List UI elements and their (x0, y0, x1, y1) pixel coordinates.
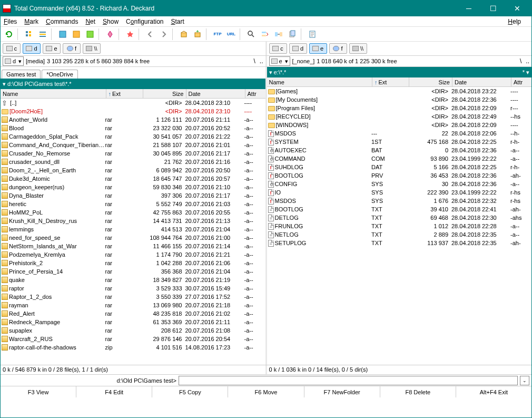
root-button[interactable]: \ (253, 57, 255, 65)
col-name[interactable]: Name (1, 89, 106, 98)
refresh-icon[interactable] (3, 28, 15, 40)
back-icon[interactable] (144, 28, 156, 40)
command-input[interactable] (179, 376, 518, 385)
drive-d-button[interactable]: d (289, 43, 307, 54)
file-row[interactable]: Prehistorik_2rar1 042 28820.07.2016 21:0… (1, 259, 265, 267)
file-row[interactable]: supaplexrar208 61220.07.2016 21:08-a-- (1, 326, 265, 335)
menu-start[interactable]: Start (171, 18, 184, 25)
file-row[interactable]: Duke3d_Atomicrar18 645 74720.07.2016 20:… (1, 174, 265, 183)
file-row[interactable]: BOOTLOGPRV36 45328.04.2018 22:36-ah- (267, 171, 532, 180)
close-button[interactable]: ✕ (505, 1, 529, 16)
file-row[interactable]: Bloodrar23 322 03020.07.2016 20:52-a-- (1, 124, 265, 132)
file-row[interactable]: [RECYCLED]<DIR>28.04.2018 22:49--hs (267, 112, 532, 121)
copy-names-icon[interactable] (286, 28, 299, 40)
right-file-list[interactable]: [Games]<DIR>28.04.2018 23:22----[My Docu… (267, 87, 532, 365)
left-file-list[interactable]: [..]<DIR>28.04.2018 23:10----[Doom2HoE]<… (1, 99, 265, 365)
file-row[interactable]: Raptor_1_2_dosrar3 550 33927.07.2016 17:… (1, 293, 265, 301)
ftp-icon[interactable]: FTP (211, 28, 224, 40)
file-row[interactable]: raptorrar3 529 33330.07.2016 15:49-a-- (1, 284, 265, 293)
file-row[interactable]: crusader_sound_dllrar21 76220.07.2016 21… (1, 158, 265, 166)
drive-network-button[interactable]: \\ (83, 43, 101, 54)
file-row[interactable]: [Doom2HoE]<DIR>28.04.2018 23:10---- (1, 107, 265, 115)
col-size[interactable]: Size (143, 89, 186, 98)
sync-icon[interactable] (272, 28, 285, 40)
f8-delete-button[interactable]: F8 Delete (380, 386, 456, 397)
all-files-icon[interactable] (84, 28, 96, 40)
file-row[interactable]: IOSYS222 39023.04.1999 22:22r-hs (267, 188, 532, 197)
full-view-icon[interactable] (36, 28, 49, 40)
file-row[interactable]: FRUNLOGTXT1 01228.04.2018 22:28-a-- (267, 222, 532, 230)
file-row[interactable]: Command_And_Conquer_Tiberian_D..rar21 58… (1, 141, 265, 149)
file-row[interactable]: [WINDOWS]<DIR>28.04.2018 22:09---- (267, 121, 532, 129)
url-icon[interactable]: URL (225, 28, 238, 40)
file-row[interactable]: DETLOGTXT69 46828.04.2018 22:30-ahs (267, 213, 532, 222)
left-path-bar[interactable]: ▾d:\Old PC\Games test\*.* (1, 79, 265, 89)
col-attr[interactable]: Attr (511, 77, 531, 86)
file-row[interactable]: NetStorm_Islands_at_Warrar11 466 15520.0… (1, 242, 265, 250)
menu-configuration[interactable]: Configuration (126, 18, 163, 25)
forward-icon[interactable] (157, 28, 170, 40)
file-row[interactable]: COMMANDCOM93 89023.04.1999 22:22-a-- (267, 154, 532, 163)
file-row[interactable]: hereticrar5 552 74920.07.2016 21:03-a-- (1, 200, 265, 208)
altf4-exit-button[interactable]: Alt+F4 Exit (456, 386, 531, 397)
menu-files[interactable]: Files (4, 18, 17, 25)
file-row[interactable]: lemmingsrar414 51320.07.2016 21:04-a-- (1, 225, 265, 234)
drive-e-button[interactable]: e (309, 43, 327, 54)
tree-icon[interactable] (70, 28, 83, 40)
f3-view-button[interactable]: F3 View (1, 386, 76, 397)
file-row[interactable]: SETUPLOGTXT113 93728.04.2018 22:35-ah- (267, 239, 532, 247)
file-row[interactable]: MSDOS---2228.04.2018 22:06--h- (267, 129, 532, 138)
file-row[interactable]: Carmageddon_Splat_Packrar30 541 05720.07… (1, 132, 265, 141)
pack-icon[interactable] (178, 28, 190, 40)
file-row[interactable]: need_for_speed_serar108 944 76420.07.201… (1, 234, 265, 242)
root-button[interactable]: \ (520, 57, 521, 65)
col-size[interactable]: Size (409, 77, 452, 86)
col-ext[interactable]: ↑Ext (106, 89, 143, 98)
left-drive-combo[interactable]: d▾ (3, 56, 24, 66)
col-name[interactable]: Name (267, 77, 373, 86)
menu-help[interactable]: Help (508, 18, 521, 25)
multirename-icon[interactable] (259, 28, 271, 40)
f7-newfolder-button[interactable]: F7 NewFolder (304, 386, 380, 397)
file-row[interactable]: AUTOEXECBAT028.04.2018 22:36-a-- (267, 146, 532, 154)
col-date[interactable]: Date (186, 89, 245, 98)
file-row[interactable]: Dyna_Blasterrar397 30620.07.2016 21:17-a… (1, 191, 265, 200)
file-row[interactable]: [..]<DIR>28.04.2018 23:10---- (1, 99, 265, 107)
menu-net[interactable]: Net (85, 18, 95, 25)
tab-games-test[interactable]: Games test (2, 70, 41, 79)
drive-d-button[interactable]: d (23, 43, 41, 54)
drive-e-button[interactable]: e (43, 43, 61, 54)
file-row[interactable]: CONFIGSYS3028.04.2018 22:36-a-- (267, 180, 532, 188)
f4-edit-button[interactable]: F4 Edit (76, 386, 152, 397)
col-attr[interactable]: Attr (245, 89, 265, 98)
file-row[interactable]: Redneck_Rampagerar61 353 36920.07.2016 2… (1, 318, 265, 326)
file-row[interactable]: MSDOSSYS1 67628.04.2018 22:32r-hs (267, 197, 532, 205)
file-row[interactable]: NETLOGTXT2 88928.04.2018 22:35-a-- (267, 230, 532, 239)
invert-icon[interactable] (104, 28, 116, 40)
drive-c-button[interactable]: c (269, 43, 287, 54)
menu-mark[interactable]: Mark (24, 18, 38, 25)
file-row[interactable]: Krush_Kill_N_Destroy_rusrar14 413 73120.… (1, 217, 265, 225)
file-row[interactable]: [Games]<DIR>28.04.2018 23:22---- (267, 87, 532, 95)
drive-c-button[interactable]: c (3, 43, 21, 54)
brief-view-icon[interactable] (23, 28, 35, 40)
parent-button[interactable]: .. (526, 57, 529, 65)
f6-move-button[interactable]: F6 Move (228, 386, 304, 397)
star-icon[interactable] (124, 28, 136, 40)
notepad-icon[interactable] (306, 28, 319, 40)
col-ext[interactable]: ↑Ext (372, 77, 409, 86)
file-row[interactable]: Doom_2_-_Hell_on_Earthrar6 089 94220.07.… (1, 166, 265, 174)
file-row[interactable]: raymanrar13 069 98020.07.2016 21:18-a-- (1, 301, 265, 309)
file-row[interactable]: Podzemelya_Kremlyarar1 174 79020.07.2016… (1, 250, 265, 259)
file-row[interactable]: quakerar18 349 82720.07.2016 21:19-a-- (1, 276, 265, 284)
minimize-button[interactable]: ─ (457, 1, 481, 16)
drive-f-button[interactable]: f (63, 43, 81, 54)
file-row[interactable]: Another_Worldrar1 126 11120.07.2016 21:1… (1, 115, 265, 124)
maximize-button[interactable]: ☐ (481, 1, 505, 16)
menu-commands[interactable]: Commands (46, 18, 78, 25)
tab-onedrive[interactable]: *OneDrive (42, 70, 78, 79)
unpack-icon[interactable] (191, 28, 204, 40)
parent-button[interactable]: .. (260, 57, 263, 65)
file-row[interactable]: Warcraft_2_RUSrar29 876 14620.07.2016 20… (1, 335, 265, 343)
drive-network-button[interactable]: \\ (349, 43, 367, 54)
